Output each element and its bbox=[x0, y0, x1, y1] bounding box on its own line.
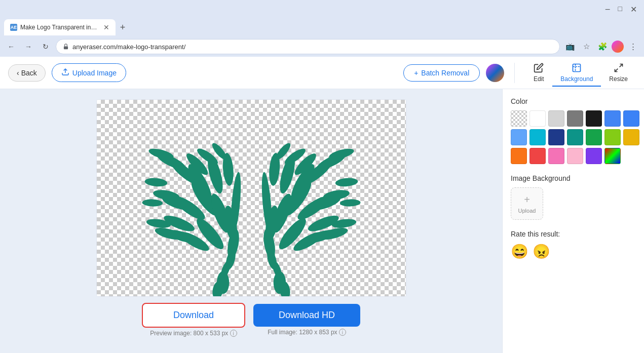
color-swatch-blue3[interactable] bbox=[511, 129, 527, 145]
canvas-area: Download Preview image: 800 x 533 px i D… bbox=[0, 89, 502, 353]
back-chevron-icon: ‹ bbox=[17, 69, 19, 77]
color-swatch-light-pink[interactable] bbox=[567, 148, 583, 164]
tab-label: Make Logo Transparent in 1 Cli... bbox=[20, 24, 98, 31]
angry-emoji-button[interactable]: 😠 bbox=[533, 243, 550, 260]
logo-image bbox=[97, 100, 406, 297]
preview-info: Preview image: 800 x 533 px i bbox=[148, 330, 239, 337]
avatar[interactable] bbox=[486, 64, 504, 82]
color-swatch-light-gray[interactable] bbox=[548, 110, 564, 127]
color-swatch-navy[interactable] bbox=[548, 129, 564, 145]
color-swatch-pink[interactable] bbox=[548, 148, 564, 164]
tab-favicon: AE bbox=[10, 24, 17, 31]
svg-point-27 bbox=[142, 199, 163, 207]
image-background-label: Image Background bbox=[511, 174, 636, 182]
tab-close-button[interactable]: ✕ bbox=[103, 23, 109, 31]
batch-icon: + bbox=[414, 69, 418, 77]
image-canvas bbox=[97, 100, 406, 297]
color-swatch-yellow[interactable] bbox=[623, 129, 639, 145]
toolbar-divider bbox=[514, 63, 515, 83]
browser-tab[interactable]: AE Make Logo Transparent in 1 Cli... ✕ bbox=[4, 19, 116, 35]
happy-emoji-button[interactable]: 😄 bbox=[511, 243, 528, 260]
emoji-row: 😄 😠 bbox=[511, 243, 636, 260]
lock-icon bbox=[62, 43, 69, 50]
color-swatch-yellow-green[interactable] bbox=[604, 129, 621, 145]
color-swatch-transparent[interactable] bbox=[511, 110, 527, 127]
background-icon bbox=[571, 62, 582, 73]
color-section: Color bbox=[511, 97, 636, 164]
color-swatch-orange[interactable] bbox=[511, 148, 527, 164]
resize-icon bbox=[613, 62, 624, 73]
color-swatch-blue1[interactable] bbox=[604, 110, 621, 127]
color-swatch-cyan[interactable] bbox=[529, 129, 546, 145]
bottom-bar: Download Preview image: 800 x 533 px i D… bbox=[142, 297, 360, 343]
full-info: Full image: 1280 x 853 px i bbox=[266, 329, 348, 336]
svg-rect-0 bbox=[64, 46, 68, 49]
preview-info-icon[interactable]: i bbox=[230, 330, 237, 337]
bookmark-icon[interactable]: ☆ bbox=[579, 40, 593, 54]
back-button[interactable]: ‹ Back bbox=[8, 64, 46, 82]
plus-icon: + bbox=[524, 194, 530, 206]
minimize-button[interactable]: – bbox=[602, 4, 613, 15]
color-swatch-blue2[interactable] bbox=[623, 110, 639, 127]
profile-icon[interactable] bbox=[612, 41, 624, 53]
color-swatch-dark-gray[interactable] bbox=[567, 110, 583, 127]
color-grid bbox=[511, 110, 636, 164]
edit-tool-button[interactable]: Edit bbox=[525, 59, 552, 87]
upload-background-button[interactable]: + Upload bbox=[511, 187, 543, 220]
rate-section: Rate this result: 😄 😠 bbox=[511, 230, 636, 260]
url-text: anyeraser.com/make-logo-transparent/ bbox=[72, 43, 185, 51]
background-tool-button[interactable]: Background bbox=[552, 59, 601, 87]
svg-rect-63 bbox=[243, 177, 259, 291]
upload-icon bbox=[61, 68, 69, 77]
image-background-section: Image Background + Upload bbox=[511, 174, 636, 220]
resize-tool-button[interactable]: Resize bbox=[601, 59, 636, 87]
color-swatch-black[interactable] bbox=[586, 110, 602, 127]
svg-point-56 bbox=[339, 199, 360, 207]
edit-icon bbox=[533, 62, 544, 73]
color-swatch-green[interactable] bbox=[586, 129, 602, 145]
tool-group: Edit Background Resize bbox=[525, 59, 636, 87]
svg-rect-2 bbox=[573, 64, 581, 71]
new-tab-button[interactable]: + bbox=[116, 20, 130, 34]
full-info-icon[interactable]: i bbox=[339, 329, 346, 336]
close-button[interactable]: ✕ bbox=[627, 4, 640, 15]
image-container bbox=[96, 99, 406, 297]
svg-point-26 bbox=[144, 177, 167, 187]
batch-removal-button[interactable]: + Batch Removal bbox=[403, 64, 480, 82]
download-button[interactable]: Download bbox=[142, 303, 245, 328]
cast-icon[interactable]: 📺 bbox=[563, 40, 577, 54]
color-swatch-purple[interactable] bbox=[586, 148, 602, 164]
svg-point-55 bbox=[335, 177, 358, 187]
color-swatch-gradient[interactable] bbox=[604, 148, 621, 164]
color-swatch-red[interactable] bbox=[529, 148, 546, 164]
maximize-button[interactable]: □ bbox=[615, 4, 625, 15]
color-swatch-teal[interactable] bbox=[567, 129, 583, 145]
color-label: Color bbox=[511, 97, 636, 105]
upload-image-button[interactable]: Upload Image bbox=[52, 63, 126, 82]
right-panel: Color bbox=[502, 89, 644, 353]
back-nav-button[interactable]: ← bbox=[4, 40, 18, 54]
upload-bg-label: Upload bbox=[518, 208, 536, 214]
forward-nav-button[interactable]: → bbox=[21, 40, 35, 54]
rate-label: Rate this result: bbox=[511, 230, 636, 238]
svg-line-3 bbox=[619, 64, 622, 67]
svg-line-4 bbox=[615, 68, 618, 71]
menu-icon[interactable]: ⋮ bbox=[626, 40, 640, 54]
reload-button[interactable]: ↻ bbox=[39, 40, 53, 54]
address-bar[interactable]: anyeraser.com/make-logo-transparent/ bbox=[56, 39, 560, 54]
color-swatch-white[interactable] bbox=[529, 110, 546, 127]
download-hd-button[interactable]: Download HD bbox=[253, 304, 360, 327]
extensions-icon[interactable]: 🧩 bbox=[595, 40, 610, 54]
